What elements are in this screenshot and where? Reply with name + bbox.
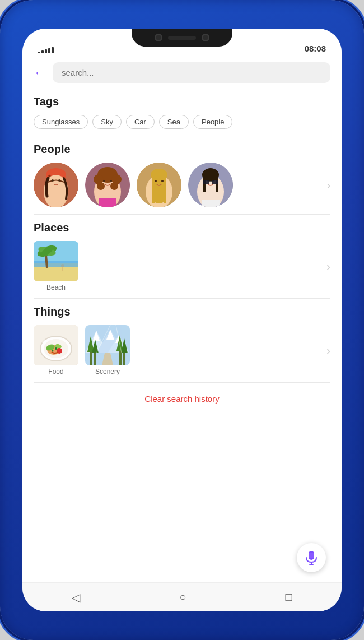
tags-title: Tags (34, 95, 330, 108)
tags-row: Sunglasses Sky Car Sea People (34, 115, 330, 129)
people-row: › (34, 163, 330, 207)
people-chevron-right[interactable]: › (326, 179, 330, 192)
svg-rect-40 (202, 200, 220, 207)
front-sensor (202, 34, 209, 41)
people-section: People (22, 136, 342, 214)
front-camera (155, 34, 162, 41)
places-section: Places (22, 215, 342, 298)
people-title: People (34, 143, 330, 156)
tags-section: Tags Sunglasses Sky Car Sea People (22, 89, 342, 136)
tag-people[interactable]: People (193, 115, 232, 129)
nav-back-button[interactable]: ◁ (72, 591, 80, 604)
svg-rect-26 (152, 175, 155, 203)
svg-rect-80 (309, 553, 314, 558)
things-title: Things (34, 305, 330, 318)
scenery-label: Scenery (95, 368, 120, 375)
svg-point-48 (61, 264, 64, 267)
search-bar: ← (22, 57, 342, 89)
nav-home-button[interactable]: ○ (179, 591, 186, 604)
food-thumbnail (34, 325, 78, 365)
things-items-row: Food (34, 325, 330, 375)
svg-point-17 (103, 180, 105, 182)
things-section: Things (22, 299, 342, 382)
svg-point-29 (161, 180, 164, 182)
signal-bar-1 (38, 52, 40, 53)
svg-point-15 (97, 182, 105, 190)
mic-fab-button[interactable] (297, 543, 326, 572)
svg-point-28 (155, 180, 157, 182)
tag-sea[interactable]: Sea (159, 115, 189, 129)
nav-recent-button[interactable]: □ (285, 591, 292, 604)
svg-rect-19 (99, 198, 116, 207)
places-item-beach[interactable]: Beach (34, 241, 78, 291)
things-item-scenery[interactable]: Scenery (85, 325, 130, 375)
svg-rect-37 (203, 180, 209, 184)
beach-thumbnail (34, 241, 78, 281)
svg-rect-27 (164, 175, 166, 203)
svg-point-6 (52, 179, 54, 182)
bottom-nav: ◁ ○ □ (22, 582, 342, 611)
svg-rect-81 (311, 562, 312, 564)
beach-label: Beach (46, 284, 66, 291)
scenery-thumbnail (85, 325, 130, 365)
things-item-food[interactable]: Food (34, 325, 78, 375)
tag-car[interactable]: Car (126, 115, 155, 129)
svg-point-18 (110, 180, 112, 182)
svg-rect-43 (34, 261, 78, 267)
svg-point-7 (58, 179, 60, 182)
svg-rect-82 (309, 564, 314, 565)
tag-sky[interactable]: Sky (92, 115, 122, 129)
back-button[interactable]: ← (34, 66, 46, 80)
signal-bar-3 (45, 49, 47, 53)
bottom-spacer (22, 415, 342, 460)
person-avatar-3[interactable] (137, 163, 181, 207)
status-time: 08:08 (305, 44, 326, 53)
places-items-row: Beach › (34, 241, 330, 291)
clear-history-button[interactable]: Clear search history (22, 383, 342, 415)
places-title: Places (34, 221, 330, 234)
person-avatar-2[interactable] (85, 163, 130, 207)
notch (132, 29, 232, 47)
speaker (168, 36, 196, 40)
food-label: Food (48, 368, 63, 375)
svg-point-57 (55, 347, 57, 350)
tag-sunglasses[interactable]: Sunglasses (34, 115, 88, 129)
places-chevron-right[interactable]: › (326, 260, 330, 273)
phone-screen: 08:08 ← Tags Sunglasses Sky Car Sea Peop… (22, 29, 342, 611)
phone-frame: 08:08 ← Tags Sunglasses Sky Car Sea Peop… (0, 0, 364, 640)
signal-indicator (38, 47, 54, 53)
person-avatar-1[interactable] (34, 163, 78, 207)
svg-point-16 (110, 182, 118, 190)
svg-rect-38 (212, 180, 218, 184)
things-chevron-right[interactable]: › (326, 344, 330, 357)
signal-bar-4 (48, 48, 50, 53)
signal-bar-5 (52, 47, 54, 53)
svg-point-58 (52, 350, 54, 352)
signal-bar-2 (41, 50, 44, 53)
svg-rect-39 (209, 181, 212, 182)
screen-content: ← Tags Sunglasses Sky Car Sea People Peo… (22, 57, 342, 582)
search-input[interactable] (53, 62, 330, 83)
person-avatar-4[interactable] (188, 163, 233, 207)
svg-rect-49 (62, 267, 63, 271)
